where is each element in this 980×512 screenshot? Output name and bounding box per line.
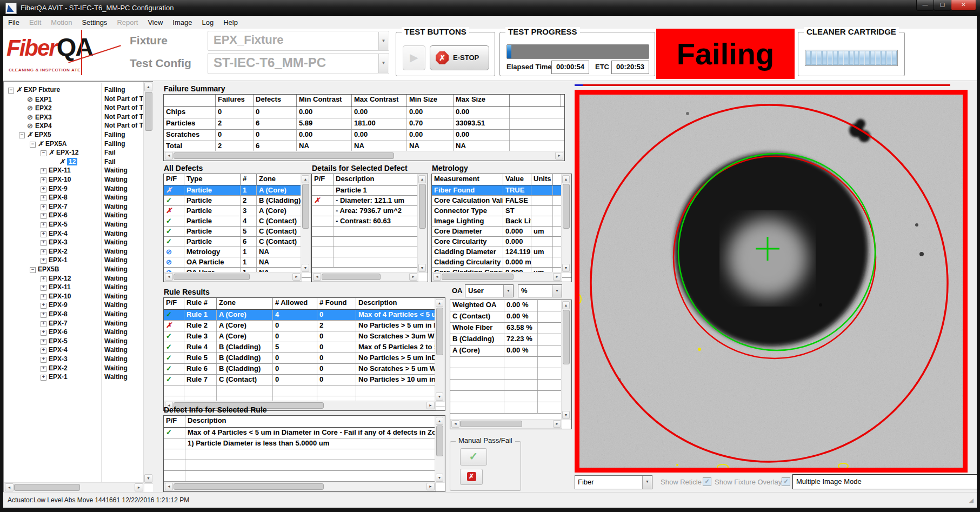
tree-item-epx-4[interactable]: +EPX-4 <box>41 230 68 238</box>
table-row[interactable]: Fiber FoundTRUE <box>432 185 571 196</box>
tree-item-label[interactable]: EPX-6 <box>49 211 68 219</box>
scroll-up-icon[interactable]: ▲ <box>302 175 309 183</box>
scroll-up-icon[interactable]: ▲ <box>562 175 570 183</box>
expand-icon[interactable]: + <box>41 330 46 336</box>
scrollbar-thumb[interactable] <box>174 274 250 280</box>
table-row[interactable]: C (Contact)0.00 % <box>450 311 571 323</box>
tree-item-epx5[interactable]: −✗EPX5 <box>19 131 51 139</box>
scroll-right-icon[interactable]: ► <box>426 483 435 490</box>
show-reticle-checkbox[interactable]: ✓ <box>703 477 711 486</box>
image-mode-textbox[interactable]: Multiple Image Mode <box>792 474 977 489</box>
scroll-up-icon[interactable]: ▲ <box>562 301 570 309</box>
expand-icon[interactable]: + <box>41 303 46 309</box>
tree-item-epx5b[interactable]: −EPX5B <box>30 265 59 274</box>
tree-item-label[interactable]: EPX-5 <box>49 337 68 345</box>
expand-icon[interactable]: + <box>41 249 46 255</box>
expand-icon[interactable]: + <box>41 258 46 264</box>
tree-item-label[interactable]: EPX-3 <box>49 238 68 246</box>
scroll-right-icon[interactable]: ► <box>292 273 301 281</box>
tree-item-label[interactable]: EPX-12 <box>49 275 71 282</box>
tree-item-epx2[interactable]: ⊘EPX2 <box>19 104 52 112</box>
vertical-scrollbar[interactable]: ▲▼ <box>435 416 445 483</box>
tree-item-label[interactable]: EXP1 <box>35 96 52 103</box>
maximize-button[interactable]: ▢ <box>934 0 951 11</box>
vertical-scrollbar[interactable]: ▲▼ <box>435 298 445 402</box>
scroll-up-icon[interactable]: ▲ <box>436 417 443 425</box>
expand-icon[interactable]: + <box>41 312 46 318</box>
table-row[interactable]: ✓Rule 3A (Core)00No Scratches > 3um Wide… <box>164 331 445 342</box>
tree-item-epx3[interactable]: ⊘EPX3 <box>19 113 52 122</box>
table-row[interactable]: ✓Particle5C (Contact) <box>164 227 311 237</box>
scrollbar-thumb[interactable] <box>322 274 381 280</box>
tree-vertical-scrollbar[interactable]: ▲ ▼ <box>143 82 154 484</box>
tree-item-label[interactable]: EXP4 <box>35 122 52 130</box>
tree-item-epx-5[interactable]: +EPX-5 <box>41 221 68 229</box>
test-config-dropdown-arrow-icon[interactable]: ▼ <box>378 54 388 73</box>
scroll-up-icon[interactable]: ▲ <box>418 175 426 183</box>
horizontal-scrollbar[interactable]: ◄► <box>450 419 562 429</box>
tree-item-label[interactable]: EPX-7 <box>49 320 68 327</box>
tree-item-epx-11[interactable]: +EPX-11 <box>41 167 71 175</box>
tree-item-epx-10[interactable]: +EPX-10 <box>41 292 71 301</box>
scrollbar-thumb[interactable] <box>145 92 152 131</box>
table-row[interactable] <box>450 380 571 391</box>
table-row[interactable]: Connector TypeST <box>432 206 571 216</box>
tree-item-epx-2[interactable]: +EPX-2 <box>41 248 68 256</box>
table-row[interactable]: ✗Particle1A (Core) <box>164 185 311 196</box>
table-row[interactable]: Core Diameter0.000um <box>432 227 571 237</box>
horizontal-scrollbar[interactable]: ◄► <box>164 482 436 491</box>
expand-icon[interactable]: + <box>41 366 46 372</box>
scroll-left-icon[interactable]: ◄ <box>313 273 321 281</box>
scrollbar-thumb[interactable] <box>442 274 514 280</box>
collapse-icon[interactable]: − <box>8 88 14 94</box>
scroll-down-icon[interactable]: ▼ <box>144 474 152 483</box>
tree-item-epx-6[interactable]: +EPX-6 <box>41 211 68 220</box>
table-row[interactable] <box>164 471 445 482</box>
manual-fail-button[interactable]: ✗ <box>460 469 483 485</box>
tree-item-epx-10[interactable]: +EPX-10 <box>41 176 71 184</box>
expand-icon[interactable]: + <box>41 222 46 228</box>
table-row[interactable]: ✗Rule 2A (Core)02No Particles > 5 um in … <box>164 321 445 331</box>
table-row[interactable]: Particle 1 <box>312 185 428 196</box>
expand-icon[interactable]: + <box>41 195 46 201</box>
scroll-down-icon[interactable]: ▼ <box>302 264 309 272</box>
scroll-left-icon[interactable]: ◄ <box>5 483 14 491</box>
table-row[interactable]: Weighted OA0.00 % <box>450 300 571 311</box>
tree-item-epx-6[interactable]: +EPX-6 <box>41 328 68 337</box>
tree-item-label[interactable]: EPX-8 <box>49 310 68 318</box>
table-row[interactable]: ✗- Diameter: 121.1 um <box>312 196 428 206</box>
scroll-right-icon[interactable]: ► <box>553 420 561 428</box>
scroll-up-icon[interactable]: ▲ <box>436 299 443 307</box>
scroll-down-icon[interactable]: ▼ <box>418 264 426 272</box>
horizontal-scrollbar[interactable]: ◄► <box>164 272 302 282</box>
table-row[interactable]: ✓Particle4C (Contact) <box>164 216 311 227</box>
expand-icon[interactable]: + <box>41 276 46 282</box>
scrollbar-thumb[interactable] <box>436 425 443 456</box>
scrollbar-thumb[interactable] <box>563 184 570 229</box>
table-row[interactable]: Core Calculation ValidFALSE <box>432 196 571 206</box>
close-button[interactable]: ✕ <box>951 0 976 11</box>
scroll-right-icon[interactable]: ► <box>409 273 417 281</box>
dropdown-arrow-icon[interactable]: ▼ <box>642 476 652 489</box>
tree-item-label[interactable]: EPX-6 <box>49 328 68 336</box>
expand-icon[interactable]: + <box>41 213 46 219</box>
table-row[interactable] <box>450 402 571 414</box>
table-row[interactable]: - Contrast: 60.63 <box>312 216 428 227</box>
oa-type-combobox[interactable]: User ▼ <box>465 284 514 297</box>
collapse-icon[interactable]: − <box>41 150 46 156</box>
table-row[interactable]: Chips000.000.000.000.00 <box>164 107 564 118</box>
table-row[interactable]: - Area: 7936.7 um^2 <box>312 206 428 216</box>
scroll-right-icon[interactable]: ► <box>426 402 435 409</box>
tree-item-label[interactable]: EPX5B <box>38 265 59 273</box>
tree-item-epx-3[interactable]: +EPX-3 <box>41 238 68 247</box>
table-row[interactable] <box>312 247 428 257</box>
tree-item-epx5a[interactable]: −✗EPX5A <box>30 140 66 149</box>
expand-icon[interactable]: + <box>41 375 46 381</box>
collapse-icon[interactable]: − <box>19 132 25 138</box>
tree-item-epx-2[interactable]: +EPX-2 <box>41 364 68 373</box>
expand-icon[interactable]: + <box>41 187 46 192</box>
tree-item-epx-12[interactable]: −✗EPX-12 <box>41 149 78 157</box>
expand-icon[interactable]: + <box>41 168 46 174</box>
table-row[interactable]: Whole Fiber63.58 % <box>450 323 571 334</box>
tree-item-label[interactable]: EXP Fixture <box>24 86 60 94</box>
